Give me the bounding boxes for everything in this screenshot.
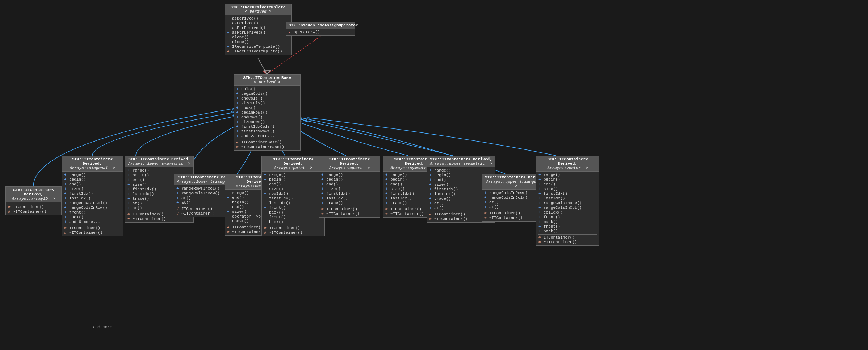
member: #ITContainer(): [321, 207, 378, 211]
member: +rows(): [236, 106, 298, 110]
box-header: STK::ITContainer< Derived, Arrays::array…: [6, 187, 61, 202]
member: +back(): [264, 220, 322, 224]
box-recursive-template: STK::IRecursiveTemplate < Derived > +asD…: [225, 4, 292, 55]
member: #~ITContainer(): [64, 231, 121, 235]
box-body: +range() +begin() +end() +size() +firstI…: [536, 172, 599, 245]
member: #ITContainerBase(): [236, 140, 298, 144]
box-header: STK::ITContainer< Derived, Arrays::diago…: [62, 156, 123, 172]
member: #~IRecursiveTemplate(): [227, 49, 289, 54]
member: #~ITContainer(): [127, 217, 191, 221]
member: +asPtrDerived(): [227, 30, 289, 35]
member: #~ITContainer(): [538, 240, 597, 244]
diagram-container: STK::IRecursiveTemplate < Derived > +asD…: [0, 0, 868, 350]
box-point: STK::ITContainer< Derived, Arrays::point…: [261, 156, 325, 236]
member: +end(): [264, 182, 322, 186]
member: +front(): [264, 206, 322, 210]
member: #~ITContainer(): [8, 210, 59, 214]
box-body: +cols() +beginCols() +endCols() +sizeCol…: [234, 86, 300, 150]
box-title: STK::ITContainer< Derived,: [321, 157, 378, 166]
member: #ITContainer(): [8, 205, 59, 209]
member: #ITContainer(): [264, 226, 322, 230]
box-body: +range() +begin() +end() +size() +firstI…: [62, 172, 123, 236]
and-more-label: and more .: [93, 325, 117, 329]
box-body: +asDerived() +asDerived() +asPtrDerived(…: [225, 15, 291, 55]
box-vector: STK::ITContainer< Derived, Arrays::vecto…: [536, 156, 599, 246]
member: +endCols(): [236, 96, 298, 101]
box-body: +range() +begin() +end() +size() +rowIdx…: [262, 172, 324, 236]
member: +lastIdx(): [64, 196, 121, 201]
member: +lastIdx(): [538, 196, 597, 201]
box-header: STK::ITContainer< Derived, Arrays::point…: [262, 156, 324, 172]
member: +range(): [264, 173, 322, 177]
member: #~ITContainer(): [321, 212, 378, 216]
member: +clone(): [227, 40, 289, 44]
box-subtitle: Arrays::array2D_ >: [8, 197, 59, 201]
member: +beginRows(): [236, 110, 298, 115]
member: +clone(): [227, 35, 289, 39]
member: +size(): [321, 187, 378, 191]
member: +colIdx(): [538, 210, 597, 215]
box-title: STK::ITContainer< Derived,: [8, 188, 59, 197]
box-title: STK::ITContainer< Derived,: [538, 157, 597, 166]
member: +range(): [127, 168, 191, 173]
member: +begin(): [64, 177, 121, 182]
member: +begin(): [321, 177, 378, 182]
member: +size(): [64, 187, 121, 191]
box-title: STK::hidden::NoAssignOperator: [289, 23, 352, 28]
member: +and 6 more...: [64, 220, 121, 224]
box-body: -operator=(): [286, 29, 355, 35]
box-array2d: STK::ITContainer< Derived, Arrays::array…: [5, 186, 62, 215]
box-title: STK::ITContainer< Derived,: [429, 157, 493, 161]
member: +front(): [538, 215, 597, 219]
svg-marker-17: [306, 118, 311, 122]
member: +end(): [64, 182, 121, 186]
member: +endRows(): [236, 115, 298, 119]
member: #~ITContainerBase(): [236, 145, 298, 149]
box-subtitle: Arrays::vector_ >: [538, 166, 597, 170]
member: +size(): [538, 187, 597, 191]
member: +firstIdx(): [321, 191, 378, 196]
box-title: STK::ITContainer< Derived,: [264, 157, 322, 166]
box-header-recursive-template: STK::IRecursiveTemplate < Derived >: [225, 4, 291, 15]
box-no-assign-operator: STK::hidden::NoAssignOperator -operator=…: [286, 22, 355, 36]
member: #~ITContainer(): [264, 231, 322, 235]
member: +front(): [264, 215, 322, 219]
box-header: STK::ITContainer< Derived, Arrays::squar…: [319, 156, 380, 172]
member: +range(): [321, 173, 378, 177]
member: +sizeRows(): [236, 120, 298, 124]
box-subtitle: Arrays::point_ >: [264, 166, 322, 170]
box-body: +range() +begin() +end() +size() +firstI…: [319, 172, 380, 217]
box-square: STK::ITContainer< Derived, Arrays::squar…: [319, 156, 380, 218]
member: +back(): [264, 210, 322, 215]
box-header: STK::ITContainer< Derived, Arrays::upper…: [427, 156, 495, 167]
member: +firstIdx(): [538, 191, 597, 196]
member: +sizeCols(): [236, 101, 298, 105]
member: +rowIdx(): [264, 191, 322, 196]
member: +begin(): [264, 177, 322, 182]
member: +and 22 more...: [236, 134, 298, 138]
member: #ITContainer(): [538, 235, 597, 240]
member: +range(): [429, 168, 493, 173]
member: +trace(): [321, 201, 378, 205]
member: +firstIdx(): [64, 191, 121, 196]
member: +firstIdx(): [264, 196, 322, 201]
member: +end(): [321, 182, 378, 186]
box-header: STK::ITContainer< Derived, Arrays::lower…: [125, 156, 193, 167]
divider: [264, 225, 322, 225]
divider: [321, 206, 378, 206]
box-title: STK::ITContainer< Derived,: [127, 157, 191, 161]
svg-line-5: [258, 58, 267, 74]
box-header: STK::ITContainer< Derived, Arrays::vecto…: [536, 156, 599, 172]
member: +size(): [264, 187, 322, 191]
member: +begin(): [538, 177, 597, 182]
member: +back(): [64, 215, 121, 219]
member: +beginCols(): [236, 92, 298, 96]
member: +back(): [538, 220, 597, 224]
member: +firstIdxRows(): [236, 129, 298, 134]
box-body: #ITContainer() #~ITContainer(): [6, 202, 61, 215]
member: +rangeColsInRow(): [64, 206, 121, 210]
box-subtitle: Arrays::diagonal_ >: [64, 166, 121, 170]
member: +end(): [538, 182, 597, 186]
box-title: STK::ITContainer< Derived,: [64, 157, 121, 166]
box-container-base: STK::ITContainerBase < Derived > +cols()…: [234, 74, 301, 151]
